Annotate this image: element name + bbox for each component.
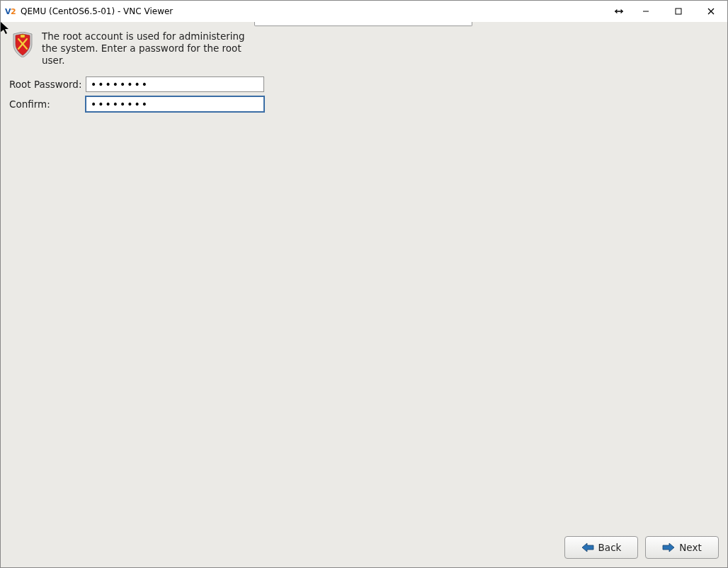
minimize-button[interactable] bbox=[630, 1, 662, 22]
root-password-form: Root Password: Confirm: bbox=[9, 76, 719, 112]
dropdown-remnant bbox=[254, 22, 472, 26]
resize-arrows-icon[interactable] bbox=[608, 8, 630, 15]
next-button-label: Next bbox=[679, 542, 701, 553]
svg-marker-12 bbox=[663, 543, 674, 552]
title-bar: V 2 QEMU (CentOS6.5-01) - VNC Viewer bbox=[1, 1, 727, 23]
root-password-label: Root Password: bbox=[9, 79, 86, 90]
arrow-right-icon bbox=[662, 543, 675, 552]
svg-rect-10 bbox=[21, 35, 25, 38]
nav-buttons: Back Next bbox=[564, 536, 719, 559]
vnc-canvas[interactable]: The root account is used for administeri… bbox=[1, 22, 727, 567]
arrow-left-icon bbox=[581, 543, 594, 552]
svg-marker-11 bbox=[582, 543, 593, 552]
maximize-button[interactable] bbox=[662, 1, 695, 22]
root-password-input[interactable] bbox=[86, 76, 264, 92]
confirm-label: Confirm: bbox=[9, 98, 86, 110]
close-button[interactable] bbox=[695, 1, 727, 22]
root-shield-icon bbox=[12, 32, 33, 57]
vnc-viewer-icon: V 2 bbox=[5, 6, 16, 17]
back-button[interactable]: Back bbox=[564, 536, 638, 559]
window-title: QEMU (CentOS6.5-01) - VNC Viewer bbox=[21, 6, 173, 16]
next-button[interactable]: Next bbox=[645, 536, 719, 559]
back-button-label: Back bbox=[598, 542, 622, 553]
installer-root-password-screen: The root account is used for administeri… bbox=[1, 22, 727, 567]
confirm-password-input[interactable] bbox=[86, 96, 264, 112]
description-row: The root account is used for administeri… bbox=[9, 30, 719, 67]
svg-text:2: 2 bbox=[11, 7, 16, 16]
description-text: The root account is used for administeri… bbox=[42, 30, 247, 67]
svg-rect-4 bbox=[676, 8, 681, 14]
app-window: V 2 QEMU (CentOS6.5-01) - VNC Viewer bbox=[0, 0, 728, 568]
